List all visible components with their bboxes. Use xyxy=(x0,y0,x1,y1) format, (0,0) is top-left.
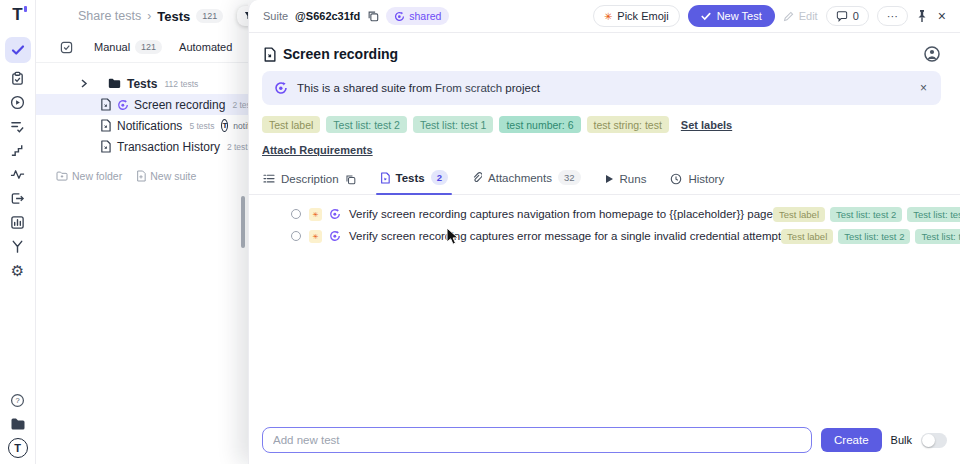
tab-tests[interactable]: Tests 2 xyxy=(380,170,449,194)
play-icon xyxy=(605,174,614,184)
label-badge: Test list: test 2 xyxy=(838,229,910,244)
add-test-row: Create Bulk xyxy=(262,427,947,453)
test-row[interactable]: ✳ Verify screen recording captures navig… xyxy=(249,203,960,225)
document-icon xyxy=(100,119,111,132)
label-badge[interactable]: Test list: test 2 xyxy=(326,116,407,133)
close-panel-icon[interactable]: × xyxy=(936,8,948,24)
filter-chip[interactable]: × xyxy=(237,6,248,26)
test-row[interactable]: ✳ Verify screen recording captures error… xyxy=(249,225,960,247)
help-icon[interactable]: ? xyxy=(5,389,31,411)
label-badge: Test label xyxy=(781,229,833,244)
tree-label: Tests xyxy=(127,77,157,91)
suite-type-label: Suite xyxy=(263,10,288,22)
scrollbar-thumb[interactable] xyxy=(241,196,245,248)
test-labels: Test label Test list: test 2 Test list: … xyxy=(781,229,960,244)
test-title[interactable]: Verify screen recording captures navigat… xyxy=(349,208,773,220)
test-emoji-icon: ✳ xyxy=(309,208,322,221)
tree-row-transaction-history[interactable]: Transaction History 2 tests T xyxy=(36,136,248,157)
create-button[interactable]: Create xyxy=(821,428,882,452)
attach-requirements-link[interactable]: Attach Requirements xyxy=(262,144,373,156)
gear-icon[interactable]: ⚙ xyxy=(5,259,31,281)
copy-suite-id-icon[interactable] xyxy=(367,10,379,22)
tests-list: ✳ Verify screen recording captures navig… xyxy=(249,203,960,247)
select-mode-icon[interactable] xyxy=(60,41,73,54)
tree-row-tests[interactable]: Tests 112 tests xyxy=(36,73,248,94)
breadcrumb-current[interactable]: Tests xyxy=(157,9,190,24)
emoji-spark-icon: ✳ xyxy=(604,11,612,22)
suite-avatar: T xyxy=(221,119,228,132)
panel-header: Suite @S662c31fd shared ✳ Pick Emoji New… xyxy=(249,0,960,33)
test-emoji-icon: ✳ xyxy=(309,230,322,243)
new-folder-button[interactable]: New folder xyxy=(56,170,122,182)
suite-detail-panel: Suite @S662c31fd shared ✳ Pick Emoji New… xyxy=(248,0,960,464)
profile-logo-icon[interactable]: T xyxy=(8,438,28,458)
svg-text:?: ? xyxy=(15,396,19,405)
label-badge[interactable]: Test list: test 1 xyxy=(413,116,494,133)
tab-attachments[interactable]: Attachments 32 xyxy=(472,170,581,194)
copy-icon[interactable] xyxy=(345,174,356,185)
tree-meta: 2 tests xyxy=(227,142,248,152)
list-check-icon[interactable] xyxy=(5,115,31,137)
label-badge[interactable]: test string: test xyxy=(587,116,669,133)
description-list-icon xyxy=(263,174,275,184)
more-button[interactable]: ··· xyxy=(877,6,908,26)
tree-row-notifications[interactable]: Notifications 5 tests T notifi xyxy=(36,115,248,136)
test-radio[interactable] xyxy=(291,209,301,219)
page-title: Screen recording xyxy=(283,46,398,62)
tests-nav-check-icon[interactable] xyxy=(5,37,31,63)
tab-runs-label: Runs xyxy=(620,173,647,185)
pick-emoji-button[interactable]: ✳ Pick Emoji xyxy=(593,5,680,27)
label-badge: Test list: test 2 xyxy=(830,207,902,222)
banner-project-link[interactable]: From scratch xyxy=(435,82,502,94)
suite-document-icon xyxy=(263,47,276,62)
new-test-button[interactable]: New Test xyxy=(688,5,775,27)
chevron-right-icon[interactable] xyxy=(80,79,88,88)
branch-icon[interactable] xyxy=(5,235,31,257)
shared-badge-label: shared xyxy=(409,10,441,22)
test-title[interactable]: Verify screen recording captures error m… xyxy=(349,230,781,242)
tab-automated-label: Automated xyxy=(179,41,232,53)
clipboard-icon[interactable] xyxy=(5,67,31,89)
tab-runs[interactable]: Runs xyxy=(605,173,647,194)
comments-button[interactable]: 0 xyxy=(826,6,869,26)
tab-history[interactable]: History xyxy=(670,173,724,194)
play-circle-icon[interactable] xyxy=(5,91,31,113)
tests-count-badge: 121 xyxy=(196,9,223,23)
view-tabs: Manual 121 Automated Out o xyxy=(36,32,248,63)
title-row: Screen recording xyxy=(249,33,960,62)
assignee-avatar-icon[interactable] xyxy=(924,46,940,62)
tab-manual[interactable]: Manual 121 xyxy=(94,40,162,54)
dismiss-banner-icon[interactable]: × xyxy=(918,81,929,95)
set-labels-link[interactable]: Set labels xyxy=(681,119,732,131)
test-radio[interactable] xyxy=(291,231,301,241)
more-dots-icon: ··· xyxy=(887,10,898,22)
edit-button[interactable]: Edit xyxy=(783,10,818,22)
tab-tests-count: 2 xyxy=(431,170,448,185)
breadcrumb-separator: › xyxy=(147,9,151,23)
report-chart-icon[interactable] xyxy=(5,211,31,233)
labels-row: Test label Test list: test 2 Test list: … xyxy=(262,116,960,133)
breadcrumb-parent[interactable]: Share tests xyxy=(78,9,141,23)
steps-icon[interactable] xyxy=(5,139,31,161)
label-badge: Test list: test 1 xyxy=(915,229,960,244)
tree-label: Notifications xyxy=(117,119,182,133)
banner-text-after: project xyxy=(505,82,540,94)
shared-icon xyxy=(329,208,341,220)
import-icon[interactable] xyxy=(5,187,31,209)
shared-badge[interactable]: shared xyxy=(386,7,449,25)
new-suite-label: New suite xyxy=(150,170,196,182)
tree-row-screen-recording[interactable]: Screen recording 2 tests xyxy=(36,94,248,115)
bulk-toggle[interactable] xyxy=(921,433,947,448)
app-logo-icon[interactable]: T xyxy=(12,5,22,25)
label-badge[interactable]: test number: 6 xyxy=(499,116,580,133)
projects-folder-icon[interactable] xyxy=(5,413,31,435)
tab-description[interactable]: Description xyxy=(263,173,356,194)
tab-automated[interactable]: Automated xyxy=(179,41,232,53)
banner-text: This is a shared suite from From scratch… xyxy=(297,82,540,94)
add-new-test-input[interactable] xyxy=(262,427,812,453)
label-badge[interactable]: Test label xyxy=(262,116,320,133)
pin-icon[interactable] xyxy=(916,9,928,23)
pick-emoji-label: Pick Emoji xyxy=(617,10,668,22)
new-suite-button[interactable]: New suite xyxy=(136,170,196,182)
pulse-icon[interactable] xyxy=(5,163,31,185)
